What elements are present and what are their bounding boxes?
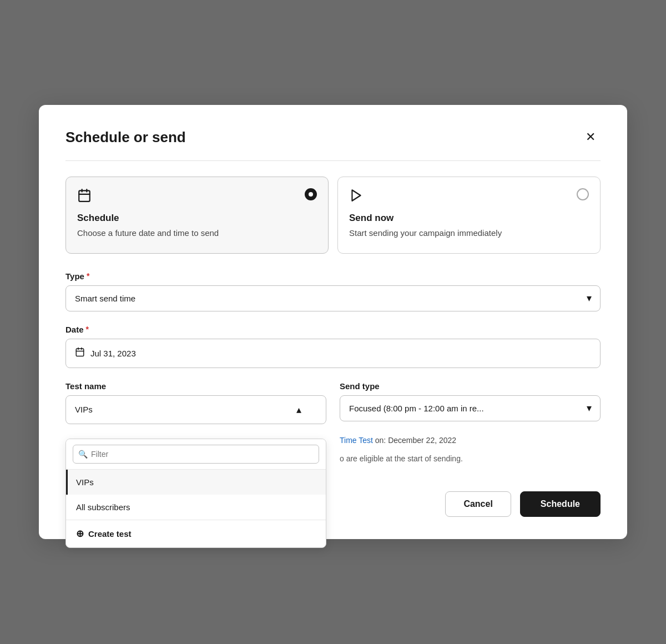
time-test-link[interactable]: Time Test [340,436,375,445]
eligible-note: o are eligible at the start of sending. [340,453,601,465]
schedule-option-card[interactable]: Schedule Choose a future date and time t… [65,177,329,254]
send-type-col: Send type Focused (8:00 pm - 12:00 am in… [340,381,601,465]
dropdown-filter-wrap: 🔍 [66,439,326,470]
type-field-group: Type * Smart send timeRegular sendSchedu… [65,271,601,311]
modal-header: Schedule or send ✕ [65,127,601,147]
date-required-star: * [86,325,89,334]
schedule-card-label: Schedule [77,213,317,224]
test-name-chevron-icon: ▴ [296,404,301,416]
cancel-button[interactable]: Cancel [445,491,511,517]
test-name-dropdown-menu: 🔍 VIPs All subscribers ⊕ Create test [65,439,326,548]
test-name-label: Test name [65,381,326,391]
schedule-button[interactable]: Schedule [520,491,601,517]
dropdown-create-test[interactable]: ⊕ Create test [66,520,326,547]
schedule-card-desc: Choose a future date and time to send [77,227,317,240]
test-name-field-group: Test name VIPs ▴ [65,381,326,424]
close-button[interactable]: ✕ [581,127,601,147]
time-test-info: Time Test on: December 22, 2022 [340,435,601,446]
type-required-star: * [87,271,89,280]
two-col-row: Test name VIPs ▴ 🔍 [65,381,601,465]
send-type-field-group: Send type Focused (8:00 pm - 12:00 am in… [340,381,601,421]
date-value: Jul 31, 2023 [90,349,136,358]
svg-rect-5 [76,349,84,356]
date-input[interactable]: Jul 31, 2023 [65,339,601,368]
test-name-col: Test name VIPs ▴ 🔍 [65,381,326,437]
modal-title: Schedule or send [65,129,186,146]
send-type-label: Send type [340,381,601,391]
date-field-group: Date * Jul 31, 2023 [65,325,601,368]
send-now-option-card[interactable]: Send now Start sending your campaign imm… [337,177,601,254]
dropdown-item-vips[interactable]: VIPs [66,470,326,495]
send-now-card-desc: Start sending your campaign immediately [349,227,589,240]
date-picker-icon [75,347,85,360]
send-now-card-label: Send now [349,213,589,224]
filter-search-icon: 🔍 [78,450,88,459]
schedule-card-top [77,188,317,206]
type-select[interactable]: Smart send timeRegular sendScheduled [65,285,601,311]
date-field-label: Date * [65,325,601,334]
close-icon: ✕ [586,130,596,144]
type-select-wrapper: Smart send timeRegular sendScheduled ▾ [65,285,601,311]
schedule-radio-inner [309,192,313,197]
dropdown-item-all-subscribers[interactable]: All subscribers [66,495,326,520]
header-divider [65,160,601,161]
modal-dialog: Schedule or send ✕ Schedule Choose a f [39,105,627,539]
send-now-card-top [349,188,589,206]
schedule-radio[interactable] [305,188,317,200]
create-plus-icon: ⊕ [76,528,84,540]
modal-overlay: Schedule or send ✕ Schedule Choose a f [0,0,666,644]
send-type-select[interactable]: Focused (8:00 pm - 12:00 am in re... [340,395,601,421]
filter-input-wrap: 🔍 [73,445,319,464]
option-cards-row: Schedule Choose a future date and time t… [65,177,601,254]
test-name-value: VIPs [75,405,93,414]
send-icon [349,188,364,206]
test-name-dropdown-button[interactable]: VIPs ▴ [65,395,326,424]
send-now-radio[interactable] [577,188,589,200]
svg-marker-4 [352,190,360,202]
dropdown-filter-input[interactable] [73,445,319,464]
svg-rect-0 [79,191,90,202]
send-type-select-wrapper: Focused (8:00 pm - 12:00 am in re... ▾ [340,395,601,421]
type-field-label: Type * [65,271,601,281]
calendar-icon [77,188,92,206]
